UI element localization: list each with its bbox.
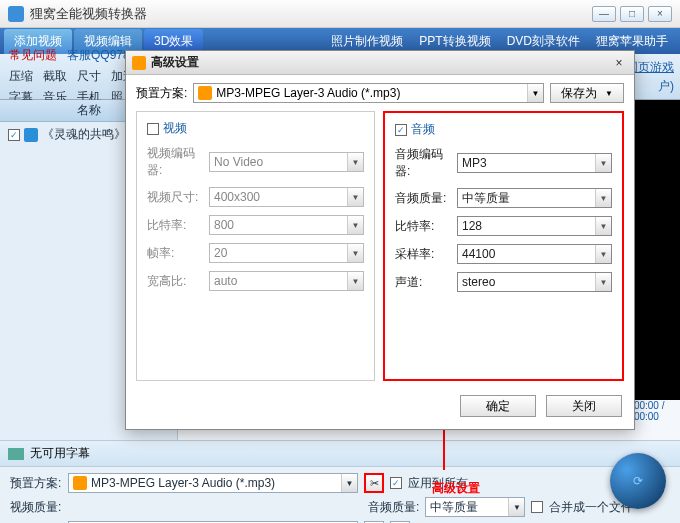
settings-icon: [132, 56, 146, 70]
v-size-value: 400x300: [214, 190, 260, 204]
chevron-down-icon: ▼: [508, 498, 524, 516]
apply-all-checkbox[interactable]: ✓: [390, 477, 402, 489]
chevron-down-icon: ▼: [527, 84, 543, 102]
dialog-preset-label: 预置方案:: [136, 85, 187, 102]
chevron-down-icon: ▼: [347, 272, 363, 290]
a-sample-label: 采样率:: [395, 246, 451, 263]
advanced-settings-button[interactable]: ✂: [364, 473, 384, 493]
a-channel-select[interactable]: stereo▼: [457, 272, 612, 292]
subtitle-icon: [8, 448, 24, 460]
link-ppt-video[interactable]: PPT转换视频: [419, 33, 490, 50]
audio-panel: ✓ 音频 音频编码器:MP3▼ 音频质量:中等质量▼ 比特率:128▼ 采样率:…: [383, 111, 624, 381]
chevron-down-icon: ▼: [595, 217, 611, 235]
tool-compress[interactable]: 压缩: [6, 67, 36, 86]
audio-enable-checkbox[interactable]: ✓: [395, 124, 407, 136]
preset-value: MP3-MPEG Layer-3 Audio (*.mp3): [91, 476, 275, 490]
a-encoder-label: 音频编码器:: [395, 146, 451, 180]
wrench-icon: ✂: [370, 477, 379, 490]
v-encoder-label: 视频编码器:: [147, 145, 203, 179]
file-icon: [24, 128, 38, 142]
link-sub: 户): [658, 78, 674, 95]
a-channel-label: 声道:: [395, 274, 451, 291]
app-title: 狸窝全能视频转换器: [30, 5, 592, 23]
chevron-down-icon: ▼: [347, 244, 363, 262]
advanced-settings-dialog: 高级设置 × 预置方案: MP3-MPEG Layer-3 Audio (*.m…: [125, 50, 635, 430]
a-bitrate-label: 比特率:: [395, 218, 451, 235]
dialog-preset-value: MP3-MPEG Layer-3 Audio (*.mp3): [216, 86, 400, 100]
titlebar: 狸窝全能视频转换器 — □ ×: [0, 0, 680, 28]
a-quality-select[interactable]: 中等质量▼: [457, 188, 612, 208]
bottom-panel: 预置方案: MP3-MPEG Layer-3 Audio (*.mp3) ▼ ✂…: [0, 466, 680, 523]
a-quality-value: 中等质量: [462, 190, 510, 207]
chevron-down-icon: ▼: [595, 154, 611, 172]
vq-label: 视频质量:: [10, 499, 62, 516]
a-encoder-select[interactable]: MP3▼: [457, 153, 612, 173]
preset-select[interactable]: MP3-MPEG Layer-3 Audio (*.mp3) ▼: [68, 473, 358, 493]
item-label: 《灵魂的共鸣》: [42, 126, 126, 143]
v-fps-select[interactable]: 20▼: [209, 243, 364, 263]
a-bitrate-value: 128: [462, 219, 482, 233]
a-encoder-value: MP3: [462, 156, 487, 170]
tool-cut[interactable]: 截取: [40, 67, 70, 86]
link-dvd-burn[interactable]: DVD刻录软件: [507, 33, 580, 50]
link-qq[interactable]: 客服QQ978: [64, 46, 133, 65]
v-aspect-label: 宽高比:: [147, 273, 203, 290]
link-apple-helper[interactable]: 狸窝苹果助手: [596, 33, 668, 50]
dialog-title: 高级设置: [151, 54, 610, 71]
a-sample-value: 44100: [462, 247, 495, 261]
dialog-close-button[interactable]: ×: [610, 55, 628, 71]
app-logo-icon: [8, 6, 24, 22]
chevron-down-icon: ▼: [341, 474, 357, 492]
a-bitrate-select[interactable]: 128▼: [457, 216, 612, 236]
chevron-down-icon: ▼: [347, 188, 363, 206]
a-quality-label: 音频质量:: [395, 190, 451, 207]
music-icon: [198, 86, 212, 100]
aq-value: 中等质量: [430, 499, 478, 516]
tool-size[interactable]: 尺寸: [74, 67, 104, 86]
aq-label: 音频质量:: [368, 499, 419, 516]
link-photo-video[interactable]: 照片制作视频: [331, 33, 403, 50]
merge-checkbox[interactable]: [531, 501, 543, 513]
dialog-titlebar: 高级设置 ×: [126, 51, 634, 75]
video-panel: 视频 视频编码器:No Video▼ 视频尺寸:400x300▼ 比特率:800…: [136, 111, 375, 381]
link-faq[interactable]: 常见问题: [6, 46, 60, 65]
chevron-down-icon: ▼: [347, 153, 363, 171]
minimize-button[interactable]: —: [592, 6, 616, 22]
convert-button[interactable]: ⟳: [610, 453, 666, 509]
save-as-label: 保存为: [561, 85, 597, 102]
convert-icon: ⟳: [633, 474, 643, 488]
chevron-down-icon: ▼: [347, 216, 363, 234]
video-enable-checkbox[interactable]: [147, 123, 159, 135]
v-aspect-select[interactable]: auto▼: [209, 271, 364, 291]
v-size-label: 视频尺寸:: [147, 189, 203, 206]
close-button[interactable]: ×: [648, 6, 672, 22]
v-aspect-value: auto: [214, 274, 237, 288]
ok-button[interactable]: 确定: [460, 395, 536, 417]
chevron-down-icon: ▼: [605, 89, 613, 98]
cancel-button[interactable]: 关闭: [546, 395, 622, 417]
v-size-select[interactable]: 400x300▼: [209, 187, 364, 207]
subtitle-label: 无可用字幕: [30, 445, 90, 462]
chevron-down-icon: ▼: [595, 189, 611, 207]
apply-all-label: 应用到所有: [408, 475, 468, 492]
dialog-preset-select[interactable]: MP3-MPEG Layer-3 Audio (*.mp3) ▼: [193, 83, 544, 103]
save-as-button[interactable]: 保存为 ▼: [550, 83, 624, 103]
subtitle-bar: 无可用字幕: [0, 440, 680, 466]
v-bitrate-select[interactable]: 800▼: [209, 215, 364, 235]
maximize-button[interactable]: □: [620, 6, 644, 22]
music-icon: [73, 476, 87, 490]
v-encoder-value: No Video: [214, 155, 263, 169]
a-channel-value: stereo: [462, 275, 495, 289]
chevron-down-icon: ▼: [595, 273, 611, 291]
item-checkbox[interactable]: ✓: [8, 129, 20, 141]
preset-label: 预置方案:: [10, 475, 62, 492]
chevron-down-icon: ▼: [595, 245, 611, 263]
v-bitrate-label: 比特率:: [147, 217, 203, 234]
v-encoder-select[interactable]: No Video▼: [209, 152, 364, 172]
v-fps-label: 帧率:: [147, 245, 203, 262]
video-panel-title: 视频: [163, 120, 187, 137]
v-fps-value: 20: [214, 246, 227, 260]
audio-panel-title: 音频: [411, 121, 435, 138]
a-sample-select[interactable]: 44100▼: [457, 244, 612, 264]
aq-select[interactable]: 中等质量 ▼: [425, 497, 525, 517]
